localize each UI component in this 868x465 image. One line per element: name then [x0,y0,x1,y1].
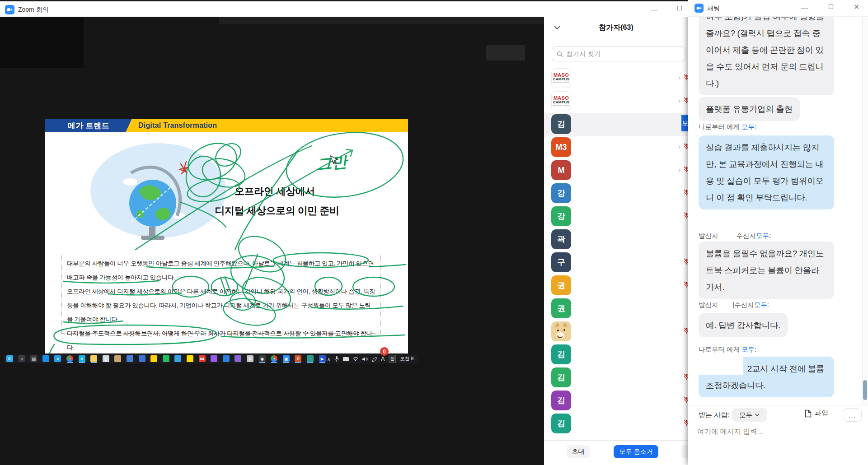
participant-row[interactable]: 김 [544,389,688,412]
taskbar-tray[interactable]: ∧ A 한 오전 9: [327,354,415,363]
taskbar-icon-zoom[interactable]: ▣ [283,355,290,362]
participant-row[interactable]: 곽 [544,228,688,251]
chat-bubble: 플랫폼 유통기업의 출현 [699,97,800,121]
taskbar-icon-movies[interactable]: ▶ [319,355,326,362]
taskbar-icon-powerpoint[interactable]: P [295,355,301,362]
taskbar-icon-line[interactable] [163,355,169,362]
search-icon [557,51,563,57]
participant-row[interactable]: M3› [544,136,688,159]
running-indicator [307,362,313,363]
recipient-all-link[interactable]: 모두 [741,346,755,353]
muted-mic-icon [683,327,688,336]
slide-banner-left: 메가 트렌드 [45,119,132,132]
clipped-footer-button[interactable] [681,445,688,458]
recipient-dropdown[interactable]: 모두 [732,408,767,422]
taskbar-icon-photo-app[interactable] [223,355,230,362]
recipient-all-link[interactable]: 모두 [741,123,755,130]
initial-avatar: 권 [551,298,571,318]
taskbar-icon-office[interactable] [150,355,157,362]
tray-clock[interactable]: 오전 9: [400,356,415,362]
muted-mic-icon [683,189,688,198]
participant-search-placeholder: 참가자 찾기 [566,50,601,58]
participant-row[interactable]: MASOCAMPUSActionable Content› [544,90,688,113]
tray-wifi-icon[interactable] [353,357,358,361]
tray-chevron-up-icon[interactable]: ∧ [327,357,330,362]
chat-maximize-button[interactable]: ☐ [828,4,834,10]
participant-row[interactable]: 강 [544,205,688,228]
taskbar-icon-daum-64[interactable]: 64 [199,355,206,362]
taskbar-icon-search[interactable]: ○ [19,355,25,362]
taskbar-icon-capture[interactable] [307,355,314,362]
participant-row[interactable]: 강 [544,182,688,205]
minimize-button[interactable]: — [651,6,657,13]
sender-text: 나로부터 에게 [699,123,741,130]
participant-row[interactable]: 권 [544,297,688,320]
chat-message-input[interactable]: 여기에 메시지 입력... [697,427,763,437]
participant-row[interactable]: 권 [544,274,688,297]
file-button[interactable]: 파일 [805,409,828,418]
chat-scrollbar-thumb[interactable] [863,380,867,400]
tray-volume-icon[interactable] [362,357,368,362]
pencil-cursor-icon [329,155,339,165]
taskbar-icon-pin-app-active[interactable]: ◉ [259,355,266,362]
slide-banner-left-label: 메가 트렌드 [68,121,110,131]
initial-avatar: 강 [551,206,571,226]
maximize-button[interactable]: ☐ [677,5,682,11]
chat-close-button[interactable]: ✕ [854,4,859,11]
taskbar-icon-mail[interactable] [174,355,181,362]
taskbar-icon-start[interactable]: ⊞ [6,355,13,362]
running-indicator [79,362,85,363]
participant-row[interactable]: 구 [544,251,688,274]
chevron-down-icon [755,414,760,417]
chat-minimize-button[interactable]: — [801,5,808,11]
sender-text: |수신자 [733,301,754,308]
mute-all-button[interactable]: 모두 음소거 [614,445,658,458]
participant-row[interactable] [544,320,688,343]
tray-mic-icon[interactable] [334,356,339,362]
screen: Zoom 회의 — ☐ [0,0,868,465]
participant-row[interactable]: 김보 [544,113,688,136]
chat-bubble-text: 예. 답변 감사합니다. [706,317,780,334]
taskbar-icon-internet-explorer[interactable]: e [54,355,61,362]
taskbar-icon-design-tool[interactable] [211,355,217,362]
sender-text: : [755,123,756,130]
taskbar-icon-photos[interactable] [139,355,145,362]
sender-text: : [767,301,769,308]
taskbar-icon-calculator[interactable] [127,355,133,362]
chat-bubble: 2교시 시작 전에 볼륨 조정하겠습니다. [699,357,834,397]
taskbar-icon-kakaotalk[interactable] [187,355,193,362]
invite-button[interactable]: 초대 [567,445,590,458]
taskbar-icon-alarms[interactable]: ◷ [103,355,109,362]
tray-pen-icon[interactable] [372,357,377,362]
taskbar-icon-chrome-2[interactable]: ◔ [271,355,277,362]
participant-row[interactable]: 김 [544,366,688,389]
tray-ime-korean[interactable]: 한 [389,355,396,363]
recipient-all-link[interactable]: 모두 [754,301,767,308]
participant-row[interactable]: 김 [544,343,688,366]
chat-sender-line: 발신자수신자모두: [699,232,771,240]
tray-keyboard-icon[interactable] [343,357,349,361]
more-options-button[interactable]: ... [843,408,862,422]
screenshare-top-strip [219,17,544,24]
chat-scrollbar-track[interactable] [862,17,868,405]
participant-row[interactable]: 김 [544,412,688,435]
taskbar-icon-settings[interactable]: ⚙ [247,355,253,362]
participant-row[interactable]: MASOCAMPUSActionable Content› [544,67,688,90]
recipient-all-link[interactable]: 모두 [756,232,769,239]
taskbar-icon-chrome[interactable]: ◔ [66,355,73,362]
taskbar-icon-edge[interactable]: e [79,355,85,362]
windows-taskbar[interactable]: ⊞○▤e◔e◷64⚙◉◔▣P▶ ∧ A 한 오전 9: [4,354,418,363]
tray-ime-english[interactable]: A [381,356,385,362]
taskbar-icon-3d-viewer[interactable] [235,355,241,362]
taskbar-icon-file-explorer[interactable] [90,355,97,362]
row-blue-badge[interactable]: 보 [680,115,688,131]
taskbar-icon-store[interactable] [42,355,49,362]
taskbar-icon-task-view[interactable]: ▤ [30,355,37,362]
muted-mic-icon [683,212,688,221]
participant-search-input[interactable]: 참가자 찾기 [552,46,685,61]
chat-bubble-text: 플랫폼 유통기업의 출현 [706,101,793,117]
taskbar-icon-people[interactable] [114,355,121,362]
participant-row[interactable]: M› [544,159,688,182]
chat-bubble-text: 실습 결과를 제출하시지는 않지만, 본 교육과정에서 진행되는 내용 및 실습… [706,139,827,206]
shared-screen-area[interactable]: 메가 트렌드 Digital Transformation 오프라인 세상에서 … [0,17,544,465]
